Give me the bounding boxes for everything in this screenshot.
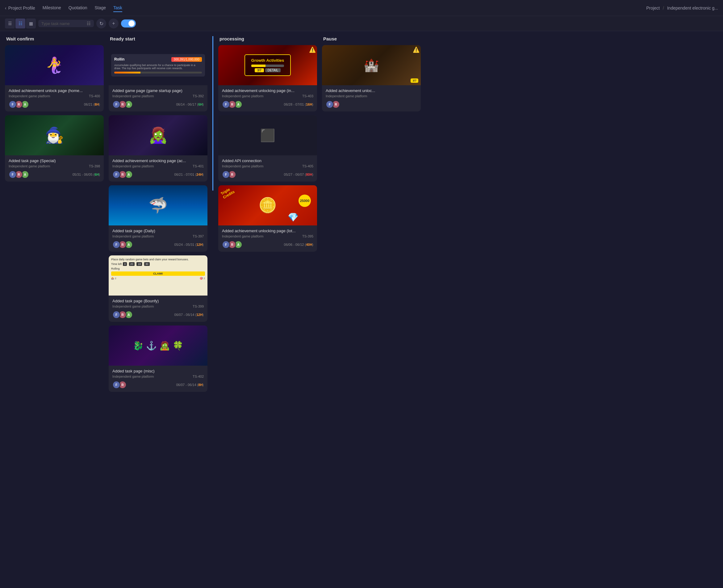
add-icon: + <box>112 21 115 26</box>
avatar-1b: F <box>9 170 17 178</box>
nav-quotation[interactable]: Quotation <box>68 4 87 12</box>
breadcrumb-sep: / <box>663 5 664 10</box>
avatar-pa1-1: F <box>326 100 334 108</box>
card-hours-wc-2: 6H <box>94 173 99 176</box>
toggle-switch[interactable] <box>121 19 136 27</box>
card-image-rs-4: Place daily random game bets and claim y… <box>109 255 208 296</box>
view-kanban-btn[interactable]: ▦ <box>26 19 36 28</box>
card-image-rs-5: 🐉 ⚓ 🧟 🍀 <box>109 326 208 366</box>
card-rs-5[interactable]: 🐉 ⚓ 🧟 🍀 Added task page (misc) Independe… <box>109 326 208 392</box>
card-platform-rs-5: Independent game platform <box>112 375 154 378</box>
column-header-processing: processing <box>218 36 317 41</box>
card-pr-1[interactable]: Growth Activities 3/7 DETAIL ⚠️ Added ac… <box>218 45 317 111</box>
column-pause: Pause 🏰 ⚠️ 3/7 Added achievement unloc..… <box>322 36 421 115</box>
nav-back-link[interactable]: ‹ Project Profile <box>5 5 35 10</box>
card-platform-rs-2: Independent game platform <box>112 164 154 168</box>
card-footer-pa-1: F R <box>326 100 417 108</box>
column-header-pause: Pause <box>322 36 421 41</box>
card-wc-1[interactable]: 🧜‍♀️ Added achievement unlock page (home… <box>5 45 104 111</box>
column-divider <box>212 36 213 191</box>
card-id-rs-1: TS-392 <box>193 94 204 98</box>
card-dates-rs-1: 06/14 - 06/17 (6H) <box>176 103 204 106</box>
nav-milestone[interactable]: Milestone <box>43 4 61 12</box>
card-image-pr-1: Growth Activities 3/7 DETAIL ⚠️ <box>218 45 317 85</box>
card-id-rs-5: TS-402 <box>193 375 204 378</box>
view-list-btn[interactable]: ☰ <box>5 19 15 28</box>
nav-stage[interactable]: Stage <box>94 4 106 12</box>
card-meta-pr-2: Independent game platform TS-405 <box>222 164 313 168</box>
card-platform-pr-3: Independent game platform <box>222 234 264 238</box>
add-btn[interactable]: + <box>109 19 119 28</box>
card-footer-pr-1: F R A 06/28 - 07/01 (16H) <box>222 100 313 108</box>
card-footer-rs-5: F R 06/07 - 06/14 (8H) <box>112 381 204 389</box>
card-hours-rs-4: 12H <box>196 313 203 317</box>
card-platform-pr-1: Independent game platform <box>222 94 264 98</box>
card-id-pr-2: TS-405 <box>302 164 313 168</box>
card-title-wc-1: Added achievement unlock page (home... <box>9 88 100 93</box>
card-meta-rs-3: Independent game platform TS-397 <box>112 234 204 238</box>
card-body-rs-5: Added task page (misc) Independent game … <box>109 366 208 392</box>
view-grid-btn[interactable]: ☷ <box>16 19 25 28</box>
refresh-btn[interactable]: ↻ <box>96 19 106 28</box>
card-platform-rs-3: Independent game platform <box>112 234 154 238</box>
card-image-pr-2: ⬛ <box>218 115 317 155</box>
card-body-rs-1: Added game page (game startup page) Inde… <box>109 85 208 111</box>
column-wait-confirm: Wait confirm 🧜‍♀️ Added achievement unlo… <box>5 36 104 185</box>
card-rs-1[interactable]: Rollin 300,391/1,000,000 Accumulate qual… <box>109 45 208 111</box>
card-meta-pr-1: Independent game platform TS-403 <box>222 94 313 98</box>
card-footer-rs-4: F R A 06/07 - 06/14 (12H) <box>112 311 204 319</box>
card-date-rs-1: 06/14 - 06/17 <box>176 103 196 106</box>
avatar-rs5-1: F <box>112 381 121 389</box>
chevron-left-icon: ‹ <box>5 5 6 10</box>
search-input[interactable] <box>41 21 85 26</box>
card-title-pr-2: Added API connection <box>222 159 313 163</box>
card-title-pa-1: Added achievement unloc... <box>326 88 417 93</box>
card-id-pr-1: TS-403 <box>302 94 313 98</box>
card-footer-rs-1: F R A 06/14 - 06/17 (6H) <box>112 100 204 108</box>
card-pr-2[interactable]: ⬛ Added API connection Independent game … <box>218 115 317 182</box>
filter-btn[interactable]: ☷ <box>87 21 91 26</box>
card-hours-rs-5: 8H <box>198 383 203 387</box>
card-pa-1[interactable]: 🏰 ⚠️ 3/7 Added achievement unloc... Inde… <box>322 45 421 111</box>
filter-icon: ☷ <box>87 21 91 26</box>
avatars-pr-2: F R <box>222 170 234 178</box>
column-header-ready-start: Ready start <box>109 36 208 41</box>
card-rs-4[interactable]: Place daily random game bets and claim y… <box>109 255 208 322</box>
nav-task[interactable]: Task <box>113 4 122 12</box>
card-platform-pr-2: Independent game platform <box>222 164 264 168</box>
card-platform-wc-1: Independent game platform <box>9 94 50 98</box>
card-body-wc-1: Added achievement unlock page (home... I… <box>5 85 104 111</box>
top-nav: ‹ Project Profile Milestone Quotation St… <box>0 0 723 16</box>
card-wc-2[interactable]: 🧙‍♂️ Added task page (Special) Independe… <box>5 115 104 182</box>
card-date-rs-5: 06/07 - 06/14 <box>176 383 196 387</box>
avatars-wc-2: F R A <box>9 170 27 178</box>
card-body-pr-1: Added achievement unlocking page (in... … <box>218 85 317 111</box>
nav-back-label[interactable]: Project Profile <box>8 5 35 10</box>
column-processing: processing Growth Activities 3/7 DETAIL <box>218 36 317 255</box>
toolbar: ☰ ☷ ▦ ☷ ↻ + <box>0 16 723 31</box>
card-body-rs-3: Added task page (Daily) Independent game… <box>109 226 208 252</box>
breadcrumb-current: Independent electronic g... <box>667 5 718 10</box>
card-footer-wc-2: F R A 05/31 - 06/05 (6H) <box>9 170 100 178</box>
card-pr-3[interactable]: TripleCredits 🪙 25000 💎 Added achievemen… <box>218 185 317 252</box>
card-date-rs-4: 06/07 - 06/14 <box>174 313 194 317</box>
card-title-rs-5: Added task page (misc) <box>112 369 204 373</box>
avatar-rs4-1: F <box>112 311 121 319</box>
card-meta-rs-1: Independent game platform TS-392 <box>112 94 204 98</box>
card-dates-pr-2: 05/27 - 06/07 (80H) <box>284 173 313 176</box>
kanban-icon: ▦ <box>29 21 33 26</box>
avatars-rs-5: F R <box>112 381 125 389</box>
breadcrumb: Project / Independent electronic g... <box>646 5 718 10</box>
card-id-wc-2: TS-398 <box>89 164 100 168</box>
card-image-rs-2: 🧟‍♀️ <box>109 115 208 155</box>
breadcrumb-project: Project <box>646 5 660 10</box>
search-box: ☷ <box>38 20 94 27</box>
card-rs-2[interactable]: 🧟‍♀️ Added achievement unlocking page (a… <box>109 115 208 182</box>
avatar-rs1-1: F <box>112 100 121 108</box>
card-body-pr-2: Added API connection Independent game pl… <box>218 155 317 182</box>
card-dates-wc-2: 05/31 - 06/05 (6H) <box>72 173 100 176</box>
list-icon: ☰ <box>8 21 12 26</box>
card-platform-pa-1: Independent game platform <box>326 94 367 98</box>
card-rs-3[interactable]: 🦈 Added task page (Daily) Independent ga… <box>109 185 208 252</box>
card-footer-rs-2: F R A 06/21 - 07/01 (24H) <box>112 170 204 178</box>
